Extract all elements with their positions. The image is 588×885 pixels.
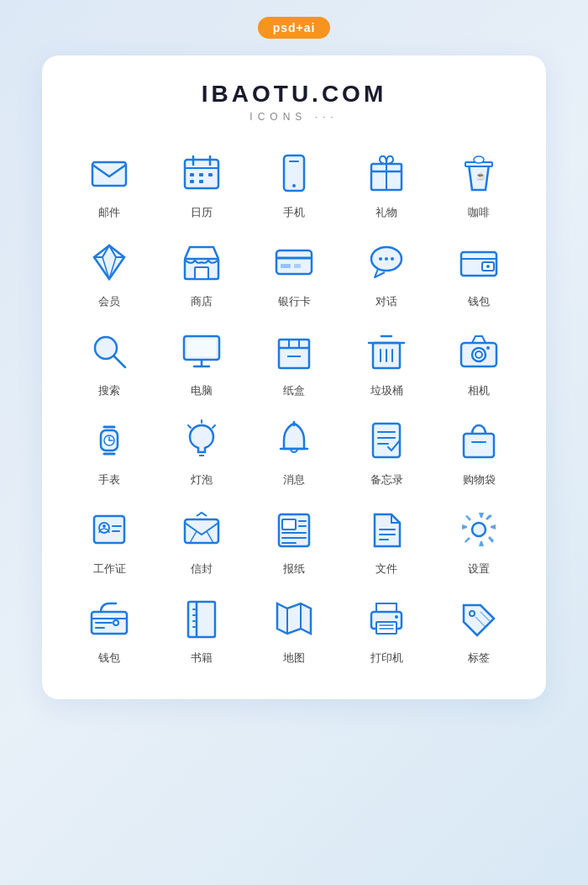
icon-item-gift-icon: 礼物 <box>344 148 428 220</box>
card-subtitle: ICONS ··· <box>67 111 521 123</box>
newspaper-icon <box>269 504 319 555</box>
icon-item-envelope-icon: 信封 <box>160 504 244 577</box>
svg-point-31 <box>391 257 394 261</box>
settings-icon <box>454 504 504 555</box>
icon-item-bell-icon: 消息 <box>252 415 336 487</box>
camera-icon <box>454 326 504 377</box>
wallet-icon <box>454 237 504 287</box>
svg-rect-5 <box>190 173 194 176</box>
svg-rect-40 <box>187 340 216 356</box>
icon-label-diamond-icon: 会员 <box>98 294 120 309</box>
icon-item-mail-icon: 邮件 <box>67 148 151 220</box>
svg-point-109 <box>395 615 398 619</box>
icon-item-printer-icon: 打印机 <box>344 593 428 666</box>
memo-icon <box>361 415 412 466</box>
svg-rect-96 <box>188 602 215 637</box>
svg-line-65 <box>188 425 191 428</box>
svg-rect-8 <box>190 180 194 183</box>
icon-item-calendar-icon: 日历 <box>160 148 244 220</box>
card-title: IBAOTU.COM <box>67 81 521 108</box>
icon-item-watch-icon: 手表 <box>67 415 151 487</box>
icon-label-memo-icon: 备忘录 <box>370 472 403 487</box>
svg-rect-80 <box>185 519 218 543</box>
svg-rect-73 <box>464 434 494 457</box>
calendar-icon <box>176 148 227 198</box>
watch-icon <box>84 415 134 466</box>
main-card: IBAOTU.COM ICONS ··· 邮件 日历 手机 礼物 ☕ 咖啡 会员 <box>42 55 546 699</box>
icon-label-printer-icon: 打印机 <box>370 651 403 666</box>
icons-grid: 邮件 日历 手机 礼物 ☕ 咖啡 会员 商店 <box>67 148 521 666</box>
icon-item-shoppingbag-icon: 购物袋 <box>437 415 521 487</box>
svg-rect-6 <box>199 173 203 176</box>
icon-label-purse-icon: 钱包 <box>98 651 120 666</box>
icon-item-map-icon: 地图 <box>252 593 336 666</box>
icon-label-map-icon: 地图 <box>283 651 305 666</box>
icon-label-mail-icon: 邮件 <box>98 205 120 220</box>
phone-icon <box>269 148 319 198</box>
file-icon <box>361 504 412 555</box>
icon-label-settings-icon: 设置 <box>468 561 490 577</box>
svg-rect-0 <box>92 162 126 186</box>
bell-icon <box>269 415 319 466</box>
svg-rect-9 <box>199 180 203 183</box>
icon-label-chat-icon: 对话 <box>375 294 397 309</box>
chat-icon <box>361 237 412 287</box>
book-icon <box>176 593 227 644</box>
envelope-icon <box>176 504 227 555</box>
icon-label-search-icon: 搜索 <box>98 383 120 398</box>
purse-icon <box>84 593 134 644</box>
diamond-icon <box>84 237 134 287</box>
coffee-icon: ☕ <box>454 148 504 198</box>
top-badge: psd+ai <box>258 17 331 39</box>
computer-icon <box>176 326 227 377</box>
icon-label-tag-icon: 标签 <box>468 651 490 666</box>
svg-rect-106 <box>376 622 396 634</box>
icon-item-wallet-icon: 钱包 <box>437 237 521 309</box>
printer-icon <box>361 593 412 644</box>
icon-item-idcard-icon: 工作证 <box>67 504 151 577</box>
icon-item-bankcard-icon: 银行卡 <box>252 237 336 309</box>
map-icon <box>269 593 319 644</box>
icon-item-shop-icon: 商店 <box>160 237 244 309</box>
mail-icon <box>84 148 134 198</box>
svg-line-66 <box>213 425 215 428</box>
svg-point-93 <box>113 620 118 625</box>
svg-point-35 <box>95 337 117 359</box>
icon-label-calendar-icon: 日历 <box>191 205 213 220</box>
icon-label-shop-icon: 商店 <box>191 294 213 309</box>
icon-label-shoppingbag-icon: 购物袋 <box>463 472 496 487</box>
icon-item-computer-icon: 电脑 <box>160 326 244 398</box>
icon-item-purse-icon: 钱包 <box>67 593 151 666</box>
icon-label-phone-icon: 手机 <box>283 205 305 220</box>
icon-label-trash-icon: 垃圾桶 <box>370 383 403 398</box>
svg-point-55 <box>486 346 490 350</box>
svg-rect-23 <box>195 267 208 279</box>
icon-item-camera-icon: 相机 <box>437 326 521 398</box>
icon-label-file-icon: 文件 <box>375 561 397 577</box>
icon-item-bulb-icon: 灯泡 <box>160 415 244 487</box>
svg-rect-27 <box>294 264 301 268</box>
tag-icon <box>454 593 504 644</box>
trash-icon <box>361 326 412 377</box>
icon-item-book-icon: 书籍 <box>160 593 244 666</box>
shoppingbag-icon <box>454 415 504 466</box>
gift-icon <box>361 148 412 198</box>
svg-text:☕: ☕ <box>475 171 486 182</box>
icon-item-box-icon: 纸盒 <box>252 326 336 398</box>
svg-point-110 <box>470 611 475 616</box>
icon-label-book-icon: 书籍 <box>191 651 213 666</box>
icon-item-chat-icon: 对话 <box>344 237 428 309</box>
svg-point-30 <box>385 257 388 261</box>
icon-label-gift-icon: 礼物 <box>375 205 397 220</box>
icon-item-settings-icon: 设置 <box>437 504 521 577</box>
svg-marker-19 <box>94 245 124 279</box>
svg-line-36 <box>114 356 125 367</box>
icon-item-diamond-icon: 会员 <box>67 237 151 309</box>
svg-rect-42 <box>279 340 309 348</box>
svg-rect-24 <box>276 250 312 274</box>
svg-point-11 <box>292 184 296 187</box>
bankcard-icon <box>269 237 319 287</box>
svg-point-54 <box>475 351 482 358</box>
icon-label-newspaper-icon: 报纸 <box>283 561 305 577</box>
icon-item-newspaper-icon: 报纸 <box>252 504 336 577</box>
